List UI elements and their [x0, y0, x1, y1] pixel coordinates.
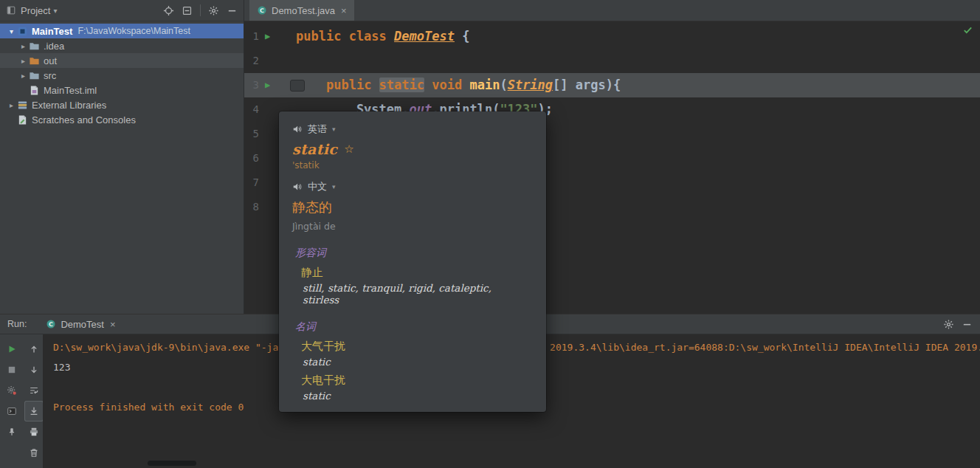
- pinyin-text: Jìngtài de: [279, 216, 546, 232]
- divider: [200, 4, 201, 16]
- tree-item-label: Scratches and Consoles: [32, 114, 136, 125]
- chevron-right-icon[interactable]: ▸: [18, 57, 29, 65]
- stop-button[interactable]: [2, 359, 21, 380]
- rerun-button[interactable]: [2, 339, 21, 359]
- project-icon: [17, 26, 28, 37]
- console-button[interactable]: [2, 401, 21, 421]
- pin-icon: [7, 427, 17, 437]
- speaker-icon[interactable]: [292, 182, 303, 192]
- tree-item-src[interactable]: ▸src: [0, 68, 244, 83]
- profiler-icon: [7, 385, 17, 396]
- tree-item-maintest[interactable]: ▾MainTestF:\JavaWokspace\MainTest: [0, 24, 244, 38]
- part-of-speech-label: 形容词: [295, 247, 530, 260]
- translation-synonyms: still, static, tranquil, rigid, catalept…: [303, 282, 522, 306]
- tree-item--idea[interactable]: ▸.idea: [0, 38, 244, 53]
- source-word: static: [292, 141, 337, 157]
- line-number: 4: [249, 97, 259, 122]
- code-line[interactable]: 1▶public class DemoTest {: [244, 24, 980, 49]
- horizontal-scrollbar[interactable]: [148, 461, 196, 466]
- tree-item-label: External Libraries: [32, 100, 106, 111]
- source-word-row: static ☆: [279, 139, 546, 157]
- chevron-right-icon[interactable]: ▸: [6, 101, 17, 109]
- part-of-speech-label: 名词: [295, 320, 530, 334]
- line-number: 3: [249, 73, 259, 97]
- locate-icon[interactable]: [163, 5, 174, 16]
- favorite-star-icon[interactable]: ☆: [344, 142, 353, 156]
- project-view-label: Project: [21, 5, 50, 16]
- close-icon[interactable]: ×: [110, 319, 116, 330]
- translation-word: 静止: [301, 266, 524, 280]
- settings-icon[interactable]: [943, 319, 954, 330]
- pin-button[interactable]: [2, 421, 21, 442]
- chevron-down-icon: ▾: [332, 125, 336, 133]
- soft-wrap-icon: [29, 385, 39, 396]
- translator-inlay-icon[interactable]: [290, 80, 305, 92]
- dictionary-sections: 形容词静止still, static, tranquil, rigid, cat…: [279, 247, 546, 402]
- file-module-icon: [29, 85, 40, 96]
- print-button[interactable]: [24, 421, 44, 442]
- tree-item-maintest-iml[interactable]: MainTest.iml: [0, 83, 244, 97]
- java-class-icon: C: [257, 5, 267, 16]
- translation-synonyms: static: [303, 390, 522, 402]
- run-tab-demotest[interactable]: C DemoTest ×: [46, 319, 115, 330]
- folder-excluded-icon: [29, 55, 40, 66]
- code-line[interactable]: 2: [244, 49, 980, 73]
- chevron-right-icon[interactable]: ▸: [18, 42, 29, 50]
- scratches-icon: [17, 114, 28, 125]
- chevron-down-icon: ▾: [332, 183, 336, 190]
- tree-item-path: F:\JavaWokspace\MainTest: [77, 26, 190, 36]
- tab-label: DemoTest.java: [272, 5, 335, 16]
- toolbar-spacer: [2, 442, 21, 463]
- translation-synonyms: static: [303, 356, 522, 368]
- libraries-icon: [17, 100, 28, 111]
- settings-icon[interactable]: [208, 5, 219, 16]
- translation-word: 大电干扰: [301, 374, 524, 388]
- code-line[interactable]: 3▶ public static void main(String[] args…: [244, 73, 980, 97]
- run-line-icon[interactable]: ▶: [265, 73, 270, 97]
- soft-wrap-button[interactable]: [24, 380, 44, 401]
- code-text: public class DemoTest {: [296, 29, 469, 44]
- chevron-right-icon[interactable]: ▸: [18, 72, 29, 80]
- close-icon[interactable]: ×: [341, 5, 347, 16]
- inspections-status-icon[interactable]: [962, 24, 973, 35]
- tree-item-label: out: [44, 55, 57, 66]
- hide-icon[interactable]: [962, 319, 973, 330]
- project-view-selector[interactable]: Project ▾: [21, 5, 58, 16]
- source-language-row: 英语 ▾: [279, 119, 546, 139]
- tree-item-label: src: [44, 70, 56, 81]
- intellij-window: Project ▾ ▾MainTestF:\JavaWokspace\MainT…: [0, 0, 980, 468]
- tree-item-external-libraries[interactable]: ▸External Libraries: [0, 97, 244, 112]
- collapse-all-icon[interactable]: [182, 5, 193, 16]
- project-panel-header: Project ▾: [0, 0, 244, 21]
- up-icon: [29, 344, 39, 354]
- phonetic-text: 'statik: [279, 157, 546, 171]
- down-button[interactable]: [24, 359, 44, 380]
- target-language-label[interactable]: 中文: [308, 180, 327, 193]
- profiler-button[interactable]: [2, 380, 21, 401]
- tree-item-label: MainTest: [32, 26, 72, 37]
- run-line-icon[interactable]: ▶: [265, 24, 270, 49]
- source-language-label[interactable]: 英语: [308, 123, 327, 136]
- editor-tab-bar: C DemoTest.java ×: [244, 0, 980, 21]
- up-button[interactable]: [24, 339, 44, 359]
- translation-popup: 英语 ▾ static ☆ 'statik 中文 ▾ 静态的 Jìngtài d…: [279, 111, 546, 412]
- line-number: 8: [249, 195, 259, 219]
- tree-item-out[interactable]: ▸out: [0, 53, 244, 68]
- tab-demotest-java[interactable]: C DemoTest.java ×: [249, 0, 354, 21]
- line-number: 7: [249, 171, 259, 195]
- tree-item-label: MainTest.iml: [44, 85, 97, 96]
- line-number: 2: [249, 49, 259, 73]
- line-number: 6: [249, 146, 259, 171]
- tree-item-scratches-and-consoles[interactable]: Scratches and Consoles: [0, 112, 244, 127]
- line-number: 1: [249, 24, 259, 49]
- rerun-icon: [7, 344, 17, 354]
- clear-button[interactable]: [24, 442, 44, 463]
- scroll-end-button[interactable]: [24, 401, 44, 421]
- project-tree: ▾MainTestF:\JavaWokspace\MainTest▸.idea▸…: [0, 21, 244, 127]
- hide-icon[interactable]: [227, 5, 238, 16]
- speaker-icon[interactable]: [292, 124, 303, 134]
- translation-word: 大气干扰: [301, 340, 524, 354]
- clear-icon: [29, 447, 39, 458]
- chevron-down-icon[interactable]: ▾: [6, 27, 17, 35]
- chevron-down-icon: ▾: [53, 7, 57, 15]
